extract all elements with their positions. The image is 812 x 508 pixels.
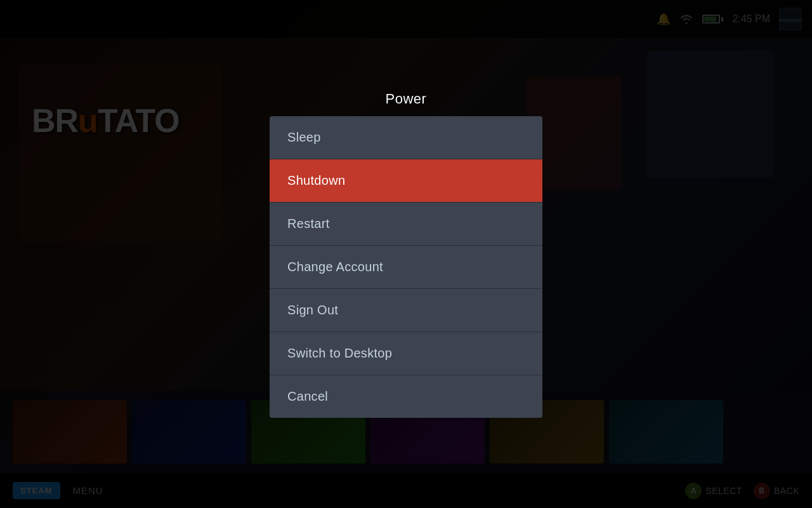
sign-out-button[interactable]: Sign Out [270, 289, 542, 332]
power-dialog: Power Sleep Shutdown Restart Change Acco… [270, 91, 542, 418]
restart-button[interactable]: Restart [270, 203, 542, 246]
change-account-button[interactable]: Change Account [270, 246, 542, 289]
power-menu: Sleep Shutdown Restart Change Account Si… [270, 116, 542, 418]
sleep-button[interactable]: Sleep [270, 116, 542, 159]
power-overlay: Power Sleep Shutdown Restart Change Acco… [0, 0, 812, 508]
shutdown-button[interactable]: Shutdown [270, 159, 542, 203]
switch-to-desktop-button[interactable]: Switch to Desktop [270, 332, 542, 375]
power-title: Power [386, 91, 427, 107]
cancel-button[interactable]: Cancel [270, 375, 542, 418]
